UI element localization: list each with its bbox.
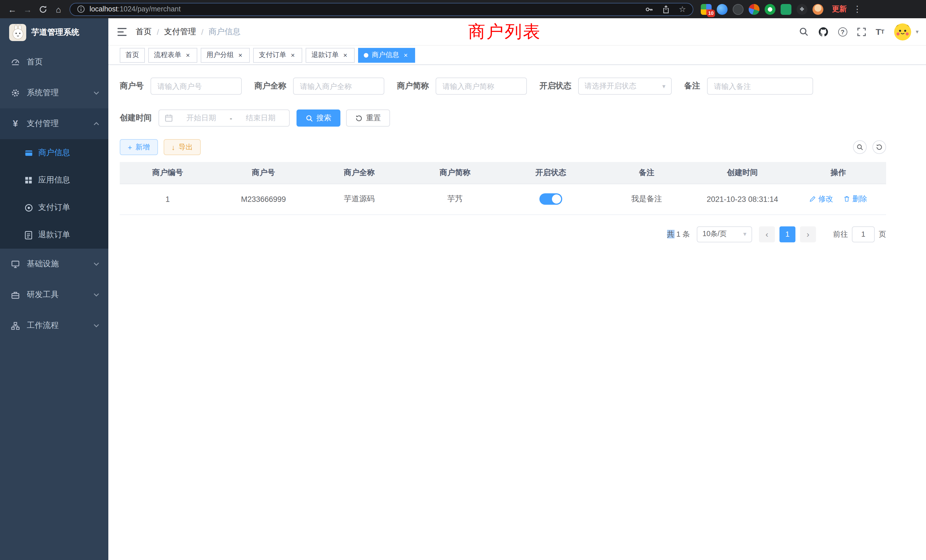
workflow-icon (10, 321, 21, 330)
search-icon[interactable] (799, 27, 808, 36)
sidebar: 芋道管理系统 首页 系统管理 ¥ 支付管理 (0, 18, 108, 560)
submenu-label: 退款订单 (38, 230, 70, 240)
status-select[interactable]: 请选择开启状态 ▾ (578, 77, 672, 95)
next-page-button[interactable]: › (800, 226, 816, 242)
breadcrumb-current: 商户信息 (209, 27, 241, 37)
annotation-title: 商户列表 (468, 20, 541, 43)
fullscreen-icon[interactable] (857, 27, 866, 36)
browser-reload-icon[interactable] (35, 2, 51, 17)
close-icon[interactable]: × (402, 51, 409, 59)
sidebar-item-app-info[interactable]: 应用信息 (0, 166, 108, 194)
github-icon[interactable] (818, 27, 828, 37)
avatar-caret-icon[interactable]: ▾ (916, 29, 918, 35)
hamburger-icon[interactable] (118, 27, 128, 36)
edit-link[interactable]: 修改 (809, 194, 833, 204)
status-toggle[interactable] (539, 193, 562, 205)
date-start-placeholder: 开始日期 (179, 113, 224, 123)
page-content: 商户号 商户全称 商户简称 开启状态 请选择开启状态 ▾ 备注 (108, 65, 926, 560)
tab-pay-order[interactable]: 支付订单 × (253, 48, 302, 62)
logo-avatar (9, 24, 26, 41)
reset-button[interactable]: 重置 (346, 109, 390, 127)
toggle-search-button[interactable] (853, 140, 867, 154)
status-select-placeholder: 请选择开启状态 (584, 81, 636, 91)
pager: ‹ 1 › (759, 226, 816, 242)
prev-page-button[interactable]: ‹ (759, 226, 775, 242)
cell-short-name: 芋艿 (407, 184, 503, 215)
top-navbar: 首页 / 支付管理 / 商户信息 商户列表 ? TT ▾ (108, 18, 926, 45)
address-bar[interactable]: localhost:1024/pay/merchant ☆ (70, 3, 693, 16)
sidebar-logo[interactable]: 芋道管理系统 (0, 18, 108, 47)
full-name-input[interactable] (293, 77, 384, 95)
col-header-remark: 备注 (599, 162, 694, 184)
extension-icon-puzzle[interactable] (797, 4, 807, 15)
sidebar-item-system[interactable]: 系统管理 (0, 77, 108, 108)
reset-button-label: 重置 (366, 113, 381, 123)
sidebar-item-home[interactable]: 首页 (0, 47, 108, 77)
pagination-total-rest: 1 条 (674, 230, 690, 238)
table-toolbar: + 新增 ↓ 导出 (120, 139, 886, 155)
remark-input[interactable] (707, 77, 813, 95)
full-name-label: 商户全称 (254, 81, 293, 91)
extension-icon-grid[interactable]: 10 (701, 4, 712, 15)
tab-merchant-info[interactable]: 商户信息 × (358, 48, 415, 62)
extension-icon-dark[interactable] (733, 4, 743, 15)
extension-icon-green-square[interactable] (781, 4, 791, 15)
tab-label: 流程表单 (154, 50, 181, 60)
date-separator: - (230, 114, 232, 122)
refresh-button[interactable] (872, 140, 886, 154)
add-button[interactable]: + 新增 (120, 139, 158, 155)
pagination-total-highlight: 共 (667, 230, 674, 238)
search-button[interactable]: 搜索 (297, 109, 340, 127)
tab-home[interactable]: 首页 (120, 48, 145, 62)
extension-icon-blue[interactable] (717, 4, 728, 15)
export-button[interactable]: ↓ 导出 (163, 139, 201, 155)
page-number-1[interactable]: 1 (779, 226, 796, 242)
close-icon[interactable]: × (184, 51, 192, 59)
tab-process-form[interactable]: 流程表单 × (148, 48, 197, 62)
url-text: localhost:1024/pay/merchant (89, 5, 181, 13)
help-icon[interactable]: ? (838, 27, 847, 36)
merchant-no-input[interactable] (151, 77, 242, 95)
bookmark-star-icon[interactable]: ☆ (679, 5, 686, 13)
sidebar-item-merchant-info[interactable]: 商户信息 (0, 139, 108, 166)
breadcrumb: 首页 / 支付管理 / 商户信息 (136, 27, 241, 37)
user-avatar[interactable] (894, 23, 911, 40)
tags-view-bar: 首页 流程表单 × 用户分组 × 支付订单 × 退款订单 × 商户信息 × (108, 45, 926, 65)
grid-icon (24, 176, 33, 184)
close-icon[interactable]: × (342, 51, 349, 59)
breadcrumb-home[interactable]: 首页 (136, 27, 152, 37)
merchant-card-icon (24, 148, 33, 157)
extension-icon-avatar[interactable] (813, 4, 823, 15)
browser-update-button[interactable]: 更新 (832, 4, 847, 14)
sidebar-item-infra[interactable]: 基础设施 (0, 249, 108, 279)
sidebar-item-pay-order[interactable]: 支付订单 (0, 194, 108, 221)
close-icon[interactable]: × (237, 51, 244, 59)
browser-menu-icon[interactable]: ⋮ (853, 4, 862, 14)
sidebar-item-devtools[interactable]: 研发工具 (0, 279, 108, 310)
sidebar-item-workflow[interactable]: 工作流程 (0, 310, 108, 341)
breadcrumb-pay[interactable]: 支付管理 (164, 27, 196, 37)
create-time-range-picker[interactable]: 开始日期 - 结束日期 (159, 109, 290, 127)
browser-back-icon[interactable]: ← (5, 2, 20, 17)
delete-link[interactable]: 删除 (843, 194, 867, 204)
extension-icon-multicolor[interactable] (749, 4, 760, 15)
short-name-input[interactable] (436, 77, 527, 95)
tab-refund-order[interactable]: 退款订单 × (306, 48, 355, 62)
font-size-icon[interactable]: TT (876, 27, 884, 36)
info-icon[interactable] (77, 5, 85, 13)
goto-page-input[interactable] (852, 226, 875, 242)
tab-user-group[interactable]: 用户分组 × (201, 48, 250, 62)
close-icon[interactable]: × (289, 51, 297, 59)
sidebar-item-pay[interactable]: ¥ 支付管理 (0, 108, 108, 139)
date-end-placeholder: 结束日期 (238, 113, 283, 123)
extension-icon-green-circle[interactable] (765, 4, 775, 15)
search-button-label: 搜索 (316, 113, 331, 123)
navbar-actions: ? TT ▾ (799, 23, 926, 40)
page-size-select[interactable]: 10条/页 ▾ (697, 226, 752, 242)
key-icon[interactable] (645, 5, 654, 14)
browser-home-icon[interactable]: ⌂ (51, 2, 66, 17)
sidebar-item-refund-order[interactable]: 退款订单 (0, 221, 108, 249)
share-icon[interactable] (662, 5, 670, 14)
browser-forward-icon[interactable]: → (20, 2, 35, 17)
yen-icon: ¥ (10, 119, 21, 128)
